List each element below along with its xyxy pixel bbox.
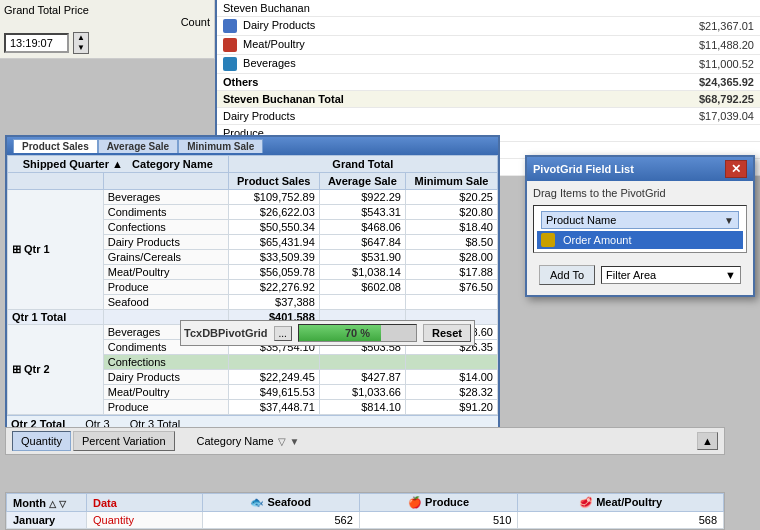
bottom-data-area: Month △ ▽ Data 🐟 Seafood 🍎 Produce 🥩 (5, 492, 725, 530)
count-label: Count (181, 16, 210, 28)
field-list-box: Product Name ▼ Order Amount (533, 205, 747, 253)
order-amount-icon (541, 233, 555, 247)
table-row: Beverages $11,000.52 (217, 55, 760, 74)
row-name: Beverages (223, 57, 674, 71)
add-to-button[interactable]: Add To (539, 265, 595, 285)
dialog-title-bar: PivotGrid Field List ✕ (527, 157, 753, 181)
filter-area-select[interactable]: Filter Area ▼ (601, 266, 741, 284)
order-amount-label: Order Amount (563, 234, 631, 246)
spin-down-icon[interactable]: ▼ (74, 43, 88, 53)
meat-icon (223, 38, 237, 52)
row-name: Dairy Products (223, 110, 674, 122)
col-header-grand-total: Grand Total (228, 156, 497, 173)
dialog-close-button[interactable]: ✕ (725, 160, 747, 178)
row-amount: $11,488.20 (674, 39, 754, 51)
month-header: Month △ ▽ (7, 494, 87, 512)
col-header-shipped: Shipped Quarter ▲ Category Name (8, 156, 229, 173)
progress-bar: 70 % (298, 324, 417, 342)
beverages-icon (223, 57, 237, 71)
quantity-button[interactable]: Quantity (12, 431, 71, 451)
row-name: Steven Buchanan (223, 2, 674, 14)
row-amount: $17,039.04 (674, 110, 754, 122)
meat-header: 🥩 Meat/Poultry (518, 494, 724, 512)
dialog-body: Drag Items to the PivotGrid Product Name… (527, 181, 753, 295)
table-row: Others $24,365.92 (217, 74, 760, 91)
db-label: TcxDBPivotGrid (184, 327, 268, 339)
table-row: ⊞ Qtr 1 Beverages $109,752.89 $922.29 $2… (8, 190, 498, 205)
qtr1-cell: ⊞ Qtr 1 (8, 190, 104, 310)
row-name: Meat/Poultry (223, 38, 674, 52)
sort-asc-icon[interactable]: △ (49, 499, 56, 509)
row-name: Dairy Products (223, 19, 674, 33)
seafood-header: 🐟 Seafood (202, 494, 359, 512)
sort-icon[interactable]: ▼ (290, 436, 300, 447)
row-amount: $21,367.01 (674, 20, 754, 32)
seafood-value: 562 (202, 512, 359, 529)
pivot-table-area: Shipped Quarter ▲ Category Name Grand To… (7, 155, 498, 415)
row-amount: $11,000.52 (674, 58, 754, 70)
sort-desc-icon[interactable]: ▽ (59, 499, 66, 509)
time-row: ▲ ▼ (4, 32, 210, 54)
scroll-button[interactable]: ▲ (697, 432, 718, 450)
tab-product-sales[interactable]: Product Sales (13, 139, 98, 153)
row-name: Others (223, 76, 674, 88)
sub-col-avg-sale: Average Sale (319, 173, 405, 190)
sub-col-category (103, 173, 228, 190)
ellipsis-button[interactable]: ... (274, 326, 292, 341)
progress-label: 70 % (299, 325, 416, 341)
table-row: Dairy Products $21,367.01 (217, 17, 760, 36)
data-header: Data (87, 494, 203, 512)
filter-icon[interactable]: ▽ (278, 436, 286, 447)
progress-area: TcxDBPivotGrid ... 70 % Reset (180, 320, 475, 346)
pivot-table: Shipped Quarter ▲ Category Name Grand To… (7, 155, 498, 415)
spin-up-icon[interactable]: ▲ (74, 33, 88, 43)
scroll-up-icon: ▲ (702, 435, 713, 447)
row-amount: $68,792.25 (674, 93, 754, 105)
produce-header: 🍎 Produce (359, 494, 518, 512)
drag-text: Drag Items to the PivotGrid (533, 187, 747, 199)
bottom-data-table: Month △ ▽ Data 🐟 Seafood 🍎 Produce 🥩 (6, 493, 724, 529)
pivot-title-bar: Product Sales Average Sale Minimum Sale (7, 137, 498, 155)
produce-value: 510 (359, 512, 518, 529)
field-list-item-order-amount[interactable]: Order Amount (537, 231, 743, 249)
table-row: Meat/Poultry $11,488.20 (217, 36, 760, 55)
sub-col-quarter (8, 173, 104, 190)
time-input[interactable] (4, 33, 69, 53)
table-row: January Quantity 562 510 568 (7, 512, 724, 529)
qtr2-cell: ⊞ Qtr 2 (8, 325, 104, 415)
dairy-icon (223, 19, 237, 33)
row-name: Steven Buchanan Total (223, 93, 674, 105)
product-name-dropdown[interactable]: Product Name ▼ (541, 211, 739, 229)
table-row: Steven Buchanan (217, 0, 760, 17)
tab-minimum-sale[interactable]: Minimum Sale (178, 139, 263, 153)
produce-label: Produce (425, 496, 469, 508)
dropdown-arrow-icon: ▼ (724, 215, 734, 226)
tab-average-sale[interactable]: Average Sale (98, 139, 178, 153)
price-label: Price (64, 4, 89, 16)
field-list-item-product-name[interactable]: Product Name ▼ (537, 209, 743, 231)
reset-button[interactable]: Reset (423, 324, 471, 342)
spin-buttons[interactable]: ▲ ▼ (73, 32, 89, 54)
meat-value: 568 (518, 512, 724, 529)
filter-area-arrow-icon: ▼ (725, 269, 736, 281)
category-name-area: Category Name ▽ ▼ (197, 435, 300, 447)
table-row: Steven Buchanan Total $68,792.25 (217, 91, 760, 108)
dialog-footer: Add To Filter Area ▼ (533, 261, 747, 289)
dialog-title: PivotGrid Field List (533, 163, 634, 175)
left-top-panel: Grand Total Price Count ▲ ▼ (0, 0, 215, 59)
seafood-label: Seafood (267, 496, 310, 508)
pivot-window: Product Sales Average Sale Minimum Sale … (5, 135, 500, 434)
january-cell: January (7, 512, 87, 529)
bottom-toolbar: Quantity Percent Variation Category Name… (5, 427, 725, 455)
meat-icon: 🥩 (579, 496, 593, 508)
meat-label: Meat/Poultry (596, 496, 662, 508)
pivot-tabs[interactable]: Product Sales Average Sale Minimum Sale (13, 139, 263, 153)
product-name-label: Product Name (546, 214, 616, 226)
field-list-dialog: PivotGrid Field List ✕ Drag Items to the… (525, 155, 755, 297)
seafood-icon: 🐟 (250, 496, 264, 508)
category-cell: Beverages (103, 190, 228, 205)
grand-total-label: Grand Total (4, 4, 61, 16)
percent-variation-button[interactable]: Percent Variation (73, 431, 175, 451)
row-amount: $24,365.92 (674, 76, 754, 88)
quantity-cell: Quantity (87, 512, 203, 529)
